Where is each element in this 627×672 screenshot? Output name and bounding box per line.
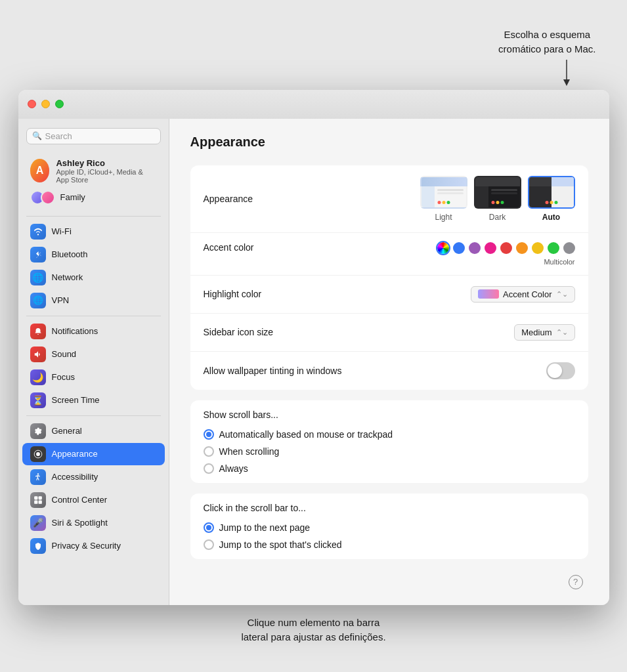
scroll-scrolling-radio [204,446,214,457]
sidebar-item-bluetooth[interactable]: Bluetooth [22,243,165,266]
sidebar-item-controlcenter[interactable]: Control Center [22,489,165,511]
accent-colors: Multicolor [437,242,575,266]
orange-circle[interactable] [516,242,528,254]
privacy-label: Privacy & Security [52,541,121,551]
svg-marker-1 [563,79,570,86]
scroll-always-option[interactable]: Always [204,463,575,474]
screentime-icon: ⏳ [30,392,46,408]
controlcenter-label: Control Center [52,495,108,505]
callout-arrow [560,60,573,86]
sidebar-item-appearance[interactable]: Appearance [22,443,165,465]
sidebar-item-notifications[interactable]: Notifications [22,320,165,343]
sidebar-icon-size-control[interactable]: Medium ⌃⌄ [514,324,574,341]
user-avatar: A [30,159,50,182]
highlight-chevron-icon: ⌃⌄ [556,290,568,299]
appearance-options: Light [420,176,575,222]
click-spot-option[interactable]: Jump to the spot that's clicked [204,539,575,550]
sidebar-item-privacy[interactable]: Privacy & Security [22,535,165,557]
bluetooth-label: Bluetooth [52,249,88,259]
scroll-scrolling-label: When scrolling [219,446,280,457]
appearance-option-light[interactable]: Light [420,176,467,222]
sidebar-item-screentime[interactable]: ⏳ Screen Time [22,389,165,411]
yellow-circle[interactable] [532,242,544,254]
controlcenter-icon [30,492,46,508]
sidebar-item-accessibility[interactable]: Accessibility [22,466,165,488]
wallpaper-tinting-label: Allow wallpaper tinting in windows [204,366,342,376]
appearance-icon [30,446,46,462]
accessibility-label: Accessibility [52,472,98,482]
pink-circle[interactable] [485,242,496,254]
help-button[interactable]: ? [569,575,583,589]
color-circles [437,242,575,254]
green-circle[interactable] [548,242,559,254]
focus-icon: 🌙 [30,369,46,385]
search-icon: 🔍 [32,131,42,140]
callout-top: Escolha o esquema cromático para o Mac. [498,28,595,57]
maximize-button[interactable] [55,100,64,108]
search-bar[interactable]: 🔍 Search [26,128,161,144]
accent-color-label: Accent color [204,242,254,253]
network-label: Network [52,272,83,282]
traffic-lights [28,100,64,108]
minimize-button[interactable] [41,100,50,108]
scroll-scrolling-option[interactable]: When scrolling [204,446,575,457]
auto-thumb [528,176,575,209]
sidebar-icon-chevron-icon: ⌃⌄ [556,328,568,337]
click-next-page-label: Jump to the next page [219,522,311,533]
svg-rect-9 [38,500,41,503]
family-label: Family [60,192,85,202]
sidebar-item-general[interactable]: General [22,420,165,442]
highlight-color-label: Highlight color [204,289,262,299]
sidebar-network-section: Wi-Fi Bluetooth 🌐 Network [18,220,169,312]
click-scroll-card: Click in the scroll bar to... Jump to th… [190,494,588,559]
svg-rect-6 [34,496,37,499]
purple-circle[interactable] [469,242,481,254]
sidebar-icon-size-value: Medium [521,327,551,337]
sidebar-general-section: General Appearance Accessibility [18,420,169,557]
appearance-row-label: Appearance [204,194,253,204]
click-next-page-radio [204,522,214,533]
light-thumb [420,176,467,209]
notifications-label: Notifications [52,326,98,336]
privacy-icon [30,538,46,554]
wallpaper-tinting-toggle[interactable] [546,362,575,379]
sidebar-icon-size-row: Sidebar icon size Medium ⌃⌄ [190,314,588,352]
sidebar-item-siri[interactable]: 🎤 Siri & Spotlight [22,512,165,534]
sidebar-notifications-section: Notifications Sound 🌙 Focus [18,320,169,411]
search-placeholder: Search [45,131,72,141]
graphite-circle[interactable] [563,242,575,254]
focus-label: Focus [52,372,75,382]
multicolor-circle[interactable] [437,242,449,254]
click-next-page-option[interactable]: Jump to the next page [204,522,575,533]
window-body: 🔍 Search A Ashley Rico Apple ID, iCloud+… [18,119,609,605]
red-circle[interactable] [500,242,512,254]
scroll-auto-option[interactable]: Automatically based on mouse or trackpad [204,429,575,440]
family-avatar-2 [41,190,55,205]
close-button[interactable] [28,100,36,108]
highlight-preview [478,289,499,299]
user-info: Ashley Rico Apple ID, iCloud+, Media & A… [56,158,156,184]
family-avatars [30,190,55,205]
sidebar-item-focus[interactable]: 🌙 Focus [22,366,165,388]
user-item[interactable]: A Ashley Rico Apple ID, iCloud+, Media &… [26,155,161,187]
sidebar-item-vpn[interactable]: 🌐 VPN [22,289,165,312]
sound-icon [30,346,46,362]
appearance-option-dark[interactable]: Dark [474,176,521,222]
appearance-option-auto[interactable]: Auto [528,176,575,222]
siri-icon: 🎤 [30,515,46,531]
auto-label: Auto [542,213,560,222]
family-item[interactable]: Family [26,187,161,208]
multicolor-label: Multicolor [544,258,574,266]
general-label: General [52,426,82,436]
blue-circle[interactable] [453,242,465,254]
sidebar-item-network[interactable]: 🌐 Network [22,266,165,289]
sidebar-item-wifi[interactable]: Wi-Fi [22,220,165,243]
sidebar-item-sound[interactable]: Sound [22,343,165,366]
highlight-color-control[interactable]: Accent Color ⌃⌄ [471,286,574,303]
svg-point-4 [36,452,40,456]
radio-fill [206,432,211,437]
appearance-label: Appearance [52,449,98,459]
click-spot-radio [204,539,214,550]
main-content: Appearance Appearance [169,119,609,605]
sound-label: Sound [52,349,77,359]
